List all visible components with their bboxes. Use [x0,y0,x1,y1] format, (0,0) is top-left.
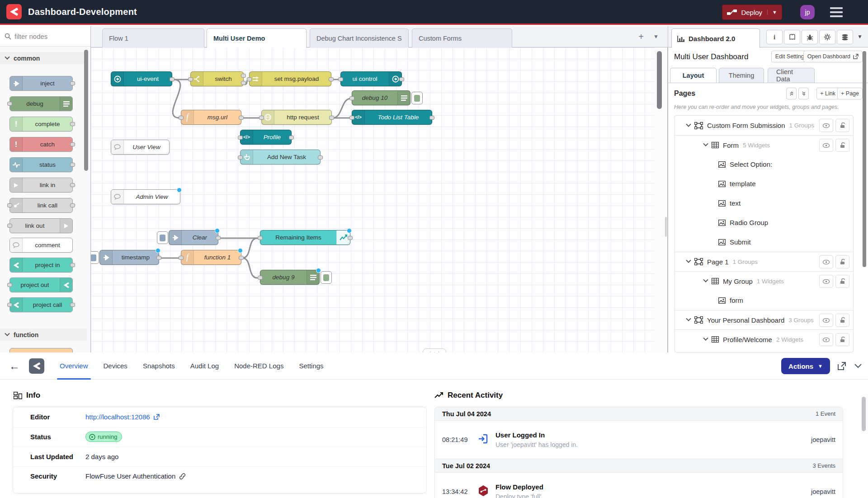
node-remaining-items[interactable]: Remaining Items [260,230,350,245]
tab-client-data[interactable]: Client Data [768,68,815,83]
context-stack-icon[interactable] [837,30,853,44]
sidebar-tab-dashboard-2[interactable]: Dashboard 2.0 [671,28,760,48]
visibility-eye-button[interactable] [819,333,833,346]
tab-debug-chart[interactable]: Debug Chart Inconsistence S [310,28,409,47]
bug-icon[interactable] [802,30,818,44]
sidebar-menu-caret[interactable]: ▼ [857,33,863,40]
tree-group-form[interactable]: Form5 Widgets [675,135,853,155]
tree-widget-text[interactable]: text [675,193,853,213]
flow-canvas[interactable]: ui-event switch set msg.payload ui contr… [91,47,654,352]
node-user-view-comment[interactable]: User View [111,140,170,155]
deploy-button[interactable]: Deploy ▼ [722,5,782,20]
avatar[interactable]: jp [800,5,815,19]
palette-node-project-call[interactable]: project call [9,297,73,312]
node-msg-url[interactable]: f msg.url [181,110,241,125]
palette-node-link-out[interactable]: link out [9,218,73,233]
gear-icon[interactable] [819,30,835,44]
inject-button[interactable] [91,251,99,264]
chain-link-icon[interactable] [179,473,186,479]
unlock-button[interactable] [835,275,849,288]
tree-widget-radio-group[interactable]: Radio Group [675,213,853,232]
canvas-vertical-scrollbar[interactable] [657,51,662,109]
sidebar-gutter-scrollbar[interactable] [665,217,667,237]
flow-list-caret[interactable]: ▼ [653,33,659,40]
palette-node-project-out[interactable]: project out [9,277,73,292]
open-dashboard-button[interactable]: Open Dashboard [803,51,863,62]
visibility-eye-button[interactable] [819,314,833,327]
tree-page-page-1[interactable]: Page 11 Groups [675,252,853,271]
tree-widget-form[interactable]: form [675,291,853,310]
node-add-new-task[interactable]: Add New Task [240,150,321,164]
help-book-icon[interactable] [784,30,800,44]
collapse-panel-chevron-icon[interactable] [854,364,862,368]
open-editor-icon[interactable] [837,362,846,371]
unlock-button[interactable] [835,119,849,132]
tab-node-red-logs[interactable]: Node-RED Logs [234,352,283,380]
debug-toggle-button[interactable] [411,92,423,104]
unlock-button[interactable] [835,139,849,152]
unlock-button[interactable] [835,314,849,327]
palette-node-debug[interactable]: debug [9,96,73,111]
add-page-button[interactable]: + Page [837,88,863,99]
tree-group-my-group[interactable]: My Group1 Widgets [675,271,853,291]
tab-settings[interactable]: Settings [299,352,323,380]
actions-button[interactable]: Actions▼ [781,358,830,374]
tab-layout[interactable]: Layout [670,68,717,83]
palette-filter-input[interactable] [14,33,82,40]
expand-all-button[interactable] [798,88,809,99]
visibility-eye-button[interactable] [819,119,833,132]
tree-widget-submit[interactable]: Submit [675,232,853,252]
unlock-button[interactable] [835,255,849,268]
activity-event-row[interactable]: 13:34:42 Flow DeployedDeploy type 'full'… [435,473,843,498]
node-switch[interactable]: switch [190,71,244,86]
tree-widget-template[interactable]: template [675,174,853,193]
tab-devices[interactable]: Devices [104,352,127,380]
node-admin-view-comment[interactable]: Admin View [111,189,180,204]
editor-link[interactable]: http://localhost:12086 [85,413,150,421]
tab-audit-log[interactable]: Audit Log [190,352,219,380]
node-ui-control[interactable]: ui control [340,71,402,86]
main-menu-icon[interactable] [830,7,843,19]
add-link-button[interactable]: + Link [816,88,839,99]
node-http-request[interactable]: http request [261,110,332,125]
tab-multi-user-demo[interactable]: Multi User Demo [207,28,307,48]
tab-flow-1[interactable]: Flow 1 [102,28,204,47]
deploy-options-caret[interactable]: ▼ [767,9,777,15]
unlock-button[interactable] [835,333,849,346]
debug-toggle-button[interactable] [321,271,332,284]
flowfuse-logo-icon[interactable] [6,4,22,19]
tree-group-profile-welcome[interactable]: Profile/Welcome2 Widgets [675,329,853,349]
add-flow-button[interactable]: + [635,32,647,42]
palette-node-project-in[interactable]: project in [9,258,73,272]
palette-search[interactable] [0,26,91,47]
node-todo-list-table[interactable]: </> Todo List Table [352,110,432,125]
palette-scrollbar[interactable] [84,50,88,171]
inject-button[interactable] [157,231,168,244]
node-clear-inject[interactable]: Clear [169,230,218,245]
back-arrow-icon[interactable]: ← [9,360,20,372]
palette-node-link-call[interactable]: link call [9,198,73,213]
info-icon[interactable]: i [766,30,783,44]
node-set-msg-payload[interactable]: set msg.payload [249,71,331,86]
node-profile[interactable]: </> Profile [240,130,292,145]
canvas-drag-handle[interactable]: ‹·› [423,348,446,352]
visibility-eye-button[interactable] [819,139,833,152]
tab-overview[interactable]: Overview [60,352,88,380]
palette-node-inject[interactable]: inject [9,76,73,91]
tab-theming[interactable]: Theming [719,68,764,83]
node-debug-10[interactable]: debug 10 [352,90,410,105]
palette-category-common[interactable]: common [0,52,87,64]
activity-event-row[interactable]: 08:21:49 User Logged InUser 'joepavitt' … [435,421,843,459]
tree-widget-select-option[interactable]: Select Option: [675,155,853,174]
palette-node-status[interactable]: status [9,157,73,172]
page-scrollbar[interactable] [862,397,866,431]
tree-page-your-personal-dashboard[interactable]: Your Personal Dashboard3 Groups [675,310,853,329]
tree-page-custom-form-submission[interactable]: Custom Form Submission1 Groups [675,116,853,135]
visibility-eye-button[interactable] [819,255,833,268]
palette-node-partial[interactable] [9,348,73,352]
palette-node-link-in[interactable]: link in [9,178,73,193]
palette-node-comment[interactable]: comment [9,238,73,253]
collapse-all-button[interactable] [786,88,797,99]
visibility-eye-button[interactable] [819,275,833,288]
tab-snapshots[interactable]: Snapshots [143,352,175,380]
